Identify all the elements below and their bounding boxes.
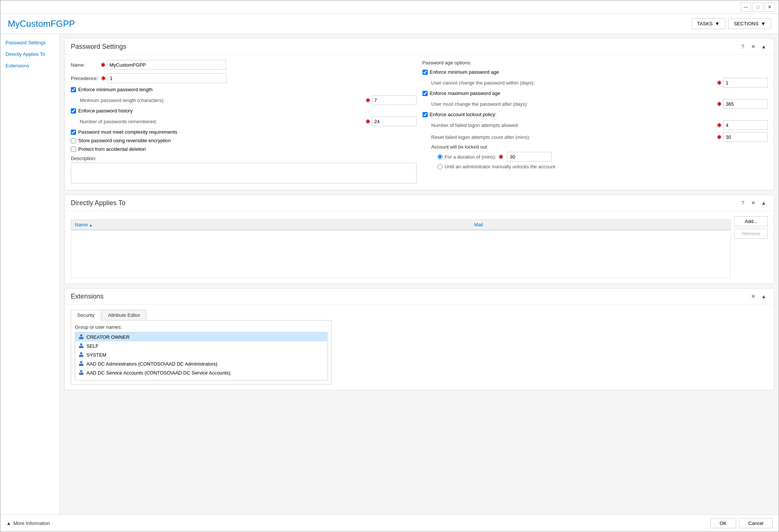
dat-col-mail[interactable]: Mail xyxy=(471,220,730,230)
precedence-input[interactable] xyxy=(107,73,227,83)
user-item[interactable]: SYSTEM xyxy=(75,350,327,359)
max-age-required-icon: ✱ xyxy=(717,101,722,108)
close-section-icon[interactable]: ✕ xyxy=(749,42,757,51)
password-settings-header: Password Settings ? ✕ ▲ xyxy=(65,39,774,55)
enforce-lockout-checkbox[interactable] xyxy=(422,112,428,117)
content-area: Password Settings ? ✕ ▲ Name: xyxy=(60,34,779,515)
user-label: SELF xyxy=(86,343,99,349)
enforce-min-age-checkbox[interactable] xyxy=(422,70,428,75)
name-row: Name: ✱ xyxy=(71,60,417,70)
more-info-label: More Information xyxy=(13,520,50,526)
svg-rect-8 xyxy=(79,373,83,375)
tab-security[interactable]: Security xyxy=(71,310,101,321)
sidebar-item-password-settings[interactable]: Password Settings xyxy=(0,37,60,48)
sections-dropdown-icon: ▼ xyxy=(761,21,766,26)
enforce-history-label: Enforce password history xyxy=(78,108,133,114)
directly-applies-to-title: Directly Applies To xyxy=(71,199,126,207)
sections-button[interactable]: SECTIONS ▼ xyxy=(728,18,771,29)
lockout-options: For a duration of (mins): ✱ Until an adm… xyxy=(431,152,768,169)
user-label: SYSTEM xyxy=(86,352,106,358)
user-item[interactable]: AAD DC Administrators (CONTOSO\AAD DC Ad… xyxy=(75,359,327,368)
directly-applies-to-header: Directly Applies To ? ✕ ▲ xyxy=(65,195,774,211)
collapse-icon[interactable]: ▲ xyxy=(760,42,768,51)
tasks-button[interactable]: TASKS ▼ xyxy=(691,18,725,29)
dat-col-name[interactable]: Name xyxy=(71,220,471,230)
min-length-label: Minimum password length (characters): xyxy=(80,98,365,103)
user-icon xyxy=(78,352,84,358)
failed-attempts-input[interactable] xyxy=(723,120,768,130)
sidebar-item-directly-applies-to[interactable]: Directly Applies To xyxy=(0,48,60,60)
extensions-body: Security Attribute Editor Group or user … xyxy=(65,305,774,390)
tasks-dropdown-icon: ▼ xyxy=(715,21,720,26)
reset-required-icon: ✱ xyxy=(717,134,722,141)
user-item[interactable]: SELF xyxy=(75,341,327,350)
max-age-sub: User must change the password after (day… xyxy=(431,101,717,107)
history-input[interactable] xyxy=(372,117,417,126)
failed-attempts-row: Number of failed logon attempts allowed:… xyxy=(431,120,768,130)
password-settings-section: Password Settings ? ✕ ▲ Name: xyxy=(64,38,774,190)
dat-empty-area xyxy=(71,233,731,278)
extensions-section: Extensions ✕ ▲ Security Attribute Editor… xyxy=(64,288,774,390)
add-button[interactable]: Add... xyxy=(734,216,768,226)
protect-checkbox[interactable] xyxy=(71,147,76,152)
header: MyCustomFGPP TASKS ▼ SECTIONS ▼ xyxy=(0,14,779,34)
min-age-input[interactable] xyxy=(723,78,768,87)
enforce-min-length-checkbox[interactable] xyxy=(71,87,76,92)
enforce-min-length-label: Enforce minimum password length xyxy=(78,87,152,92)
dat-close-icon[interactable]: ✕ xyxy=(749,199,757,207)
user-icon xyxy=(78,370,84,376)
maximize-button[interactable]: □ xyxy=(753,3,763,12)
main-layout: Password Settings Directly Applies To Ex… xyxy=(0,34,779,515)
name-input[interactable] xyxy=(107,60,226,70)
user-label: AAD DC Administrators (CONTOSO\AAD DC Ad… xyxy=(86,361,218,367)
svg-rect-0 xyxy=(79,337,83,339)
svg-point-5 xyxy=(80,352,82,354)
cancel-button[interactable]: Cancel xyxy=(739,518,773,528)
users-list[interactable]: CREATOR OWNERSELFSYSTEMAAD DC Administra… xyxy=(75,332,327,380)
reversible-checkbox[interactable] xyxy=(71,138,76,143)
complexity-checkbox[interactable] xyxy=(71,130,76,135)
duration-input[interactable] xyxy=(507,152,552,162)
duration-radio[interactable] xyxy=(437,154,443,159)
remove-button[interactable]: Remove xyxy=(734,229,768,239)
ext-header-icons: ✕ ▲ xyxy=(749,292,768,300)
user-label: AAD DC Service Accounts (CONTOSO\AAD DC … xyxy=(86,370,230,376)
description-textarea[interactable] xyxy=(71,163,417,184)
ext-close-icon[interactable]: ✕ xyxy=(749,292,757,300)
user-item[interactable]: AAD DC Service Accounts (CONTOSO\AAD DC … xyxy=(75,368,327,377)
manual-radio[interactable] xyxy=(437,164,443,169)
svg-point-7 xyxy=(80,361,82,363)
min-length-indented: Minimum password length (characters): ✱ xyxy=(71,95,417,105)
user-icon xyxy=(78,343,84,349)
help-icon[interactable]: ? xyxy=(739,42,747,51)
reset-input[interactable] xyxy=(723,132,768,142)
max-age-input[interactable] xyxy=(723,99,768,109)
header-buttons: TASKS ▼ SECTIONS ▼ xyxy=(691,18,771,29)
extensions-header: Extensions ✕ ▲ xyxy=(65,289,774,305)
dat-collapse-icon[interactable]: ▲ xyxy=(760,199,768,207)
sidebar-item-label: Password Settings xyxy=(6,40,46,45)
min-length-row: Minimum password length (characters): ✱ xyxy=(80,95,417,105)
name-required-icon: ✱ xyxy=(101,61,105,69)
ext-collapse-icon[interactable]: ▲ xyxy=(760,292,768,300)
sidebar-item-label: Directly Applies To xyxy=(6,51,45,57)
dat-help-icon[interactable]: ? xyxy=(739,199,747,207)
enforce-lockout-row: Enforce account lockout policy: xyxy=(422,112,768,117)
extensions-tabs-bar: Security Attribute Editor xyxy=(71,310,332,321)
enforce-max-age-checkbox[interactable] xyxy=(422,91,428,96)
enforce-history-checkbox[interactable] xyxy=(71,108,76,114)
close-button[interactable]: ✕ xyxy=(764,3,775,12)
footer-buttons: OK Cancel xyxy=(710,518,773,528)
tab-attribute-editor[interactable]: Attribute Editor xyxy=(102,310,146,320)
directly-applies-to-body: Name Mail Add xyxy=(65,211,774,283)
max-age-row: User must change the password after (day… xyxy=(431,99,768,109)
ok-button[interactable]: OK xyxy=(710,518,736,528)
minimize-button[interactable]: — xyxy=(741,3,751,12)
dat-buttons: Add... Remove xyxy=(731,216,768,239)
user-item[interactable]: CREATOR OWNER xyxy=(75,332,327,341)
sidebar-item-extensions[interactable]: Extensions xyxy=(0,60,60,71)
description-area: Description: xyxy=(71,156,417,185)
more-info[interactable]: ▲ More Information xyxy=(6,520,50,526)
title-bar-controls: — □ ✕ xyxy=(741,3,775,12)
min-length-input[interactable] xyxy=(372,95,417,105)
